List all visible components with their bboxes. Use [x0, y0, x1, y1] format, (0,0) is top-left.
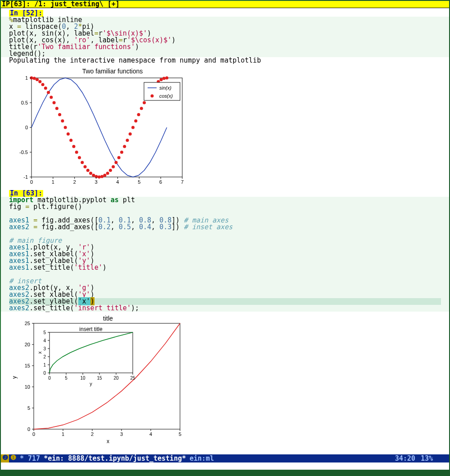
- svg-text:5: 5: [138, 179, 140, 185]
- svg-point-35: [126, 139, 129, 142]
- svg-point-41: [143, 101, 146, 104]
- svg-text:4: 4: [43, 338, 46, 343]
- svg-text:20: 20: [113, 376, 119, 381]
- svg-text:x: x: [37, 351, 42, 354]
- svg-point-5: [41, 83, 45, 86]
- svg-point-32: [117, 156, 121, 159]
- svg-text:6: 6: [159, 179, 162, 185]
- svg-text:25: 25: [25, 321, 30, 326]
- svg-point-29: [109, 169, 112, 172]
- cell1-output-text: Populating the interactive namespace fro…: [1, 57, 449, 64]
- svg-text:4: 4: [116, 179, 119, 185]
- svg-point-26: [100, 175, 104, 178]
- scroll-percent: 13%: [418, 455, 436, 462]
- svg-point-37: [131, 126, 135, 129]
- minibuffer[interactable]: [1, 462, 449, 470]
- svg-text:10: 10: [80, 376, 86, 381]
- svg-point-17: [75, 151, 78, 154]
- svg-point-11: [58, 113, 61, 116]
- svg-point-79: [151, 95, 154, 98]
- svg-text:0: 0: [48, 376, 51, 381]
- svg-text:3: 3: [95, 179, 98, 185]
- svg-text:5: 5: [65, 376, 68, 381]
- svg-text:15: 15: [97, 376, 102, 381]
- svg-point-34: [123, 145, 126, 148]
- svg-point-39: [137, 113, 140, 116]
- svg-text:25: 25: [130, 376, 135, 381]
- svg-point-31: [114, 161, 117, 164]
- buffer-content[interactable]: In [52]: %matplotlib inline x = linspace…: [1, 8, 449, 456]
- svg-text:5: 5: [43, 330, 46, 335]
- svg-text:15: 15: [25, 363, 30, 368]
- svg-point-36: [129, 132, 132, 136]
- svg-point-33: [120, 151, 123, 154]
- svg-text:cos(x): cos(x): [159, 93, 173, 99]
- svg-text:1: 1: [43, 363, 46, 367]
- svg-text:4: 4: [149, 431, 152, 437]
- svg-text:2: 2: [91, 431, 94, 437]
- svg-point-30: [112, 165, 115, 168]
- cursor-position: 34:20: [392, 455, 418, 462]
- svg-point-49: [165, 77, 168, 80]
- svg-point-2: [33, 77, 36, 80]
- svg-text:2: 2: [73, 179, 76, 185]
- svg-point-9: [53, 101, 56, 104]
- svg-point-20: [84, 165, 87, 168]
- svg-text:5: 5: [179, 431, 181, 437]
- svg-point-6: [44, 86, 47, 90]
- svg-point-14: [67, 132, 70, 136]
- svg-text:7: 7: [181, 179, 184, 185]
- cell2-code[interactable]: import matplotlib.pyplot as plt fig = pl…: [1, 197, 449, 312]
- svg-text:-0.5: -0.5: [19, 150, 28, 155]
- svg-point-25: [98, 176, 101, 179]
- svg-point-48: [162, 77, 166, 80]
- workspace-indicator-1[interactable]: ❶: [9, 454, 17, 462]
- workspace-indicator-2[interactable]: ❷: [1, 454, 9, 462]
- buffer-name: *ein: 8888/test.ipynb/just_testing*: [43, 455, 187, 462]
- svg-text:1: 1: [25, 75, 28, 81]
- svg-point-8: [50, 96, 53, 99]
- svg-text:5: 5: [27, 405, 30, 411]
- svg-text:y: y: [90, 381, 92, 386]
- svg-point-4: [38, 80, 41, 83]
- major-mode: ein:ml: [187, 455, 216, 462]
- svg-rect-107: [50, 332, 133, 373]
- svg-point-21: [86, 169, 90, 172]
- svg-point-19: [81, 161, 84, 164]
- svg-text:1: 1: [62, 431, 64, 437]
- svg-point-27: [103, 174, 106, 177]
- svg-point-23: [92, 174, 95, 177]
- svg-point-18: [78, 156, 81, 159]
- cell1-code[interactable]: %matplotlib inline x = linspace(0, 2*pi)…: [1, 17, 449, 57]
- svg-text:20: 20: [25, 342, 30, 347]
- cell1-chart: Two familiar functions 01234567 -1-0.500…: [9, 67, 449, 188]
- svg-point-13: [64, 126, 67, 129]
- chart1-legend: sin(x) cos(x): [144, 82, 180, 100]
- svg-point-28: [106, 172, 109, 175]
- svg-text:0.5: 0.5: [21, 100, 28, 105]
- svg-text:insert title: insert title: [79, 326, 103, 332]
- svg-text:10: 10: [25, 384, 30, 390]
- svg-point-38: [134, 119, 137, 122]
- svg-point-15: [69, 139, 72, 142]
- svg-point-10: [55, 107, 58, 110]
- svg-text:-1: -1: [23, 174, 28, 180]
- svg-text:0: 0: [25, 125, 28, 130]
- modeline: ❷ ❶ * 717 *ein: 8888/test.ipynb/just_tes…: [1, 454, 449, 462]
- svg-point-40: [140, 107, 143, 110]
- svg-text:sin(x): sin(x): [159, 85, 171, 91]
- svg-point-12: [61, 119, 64, 122]
- svg-text:0: 0: [32, 431, 35, 437]
- cell2-chart: title 012345 0510152025 x y insert title…: [9, 314, 449, 445]
- emacs-frame: IP[63]: /1: just_testing\ [+] In [52]: %…: [1, 1, 449, 462]
- svg-point-16: [72, 145, 75, 148]
- chart1-title: Two familiar functions: [82, 68, 143, 75]
- svg-text:0: 0: [43, 371, 46, 376]
- svg-text:0: 0: [30, 179, 33, 185]
- svg-text:2: 2: [43, 354, 46, 359]
- chart2-ylabel: y: [11, 376, 18, 379]
- svg-text:1: 1: [52, 179, 54, 185]
- svg-text:3: 3: [120, 431, 123, 437]
- chart2-xlabel: x: [107, 438, 109, 444]
- svg-text:3: 3: [43, 346, 46, 351]
